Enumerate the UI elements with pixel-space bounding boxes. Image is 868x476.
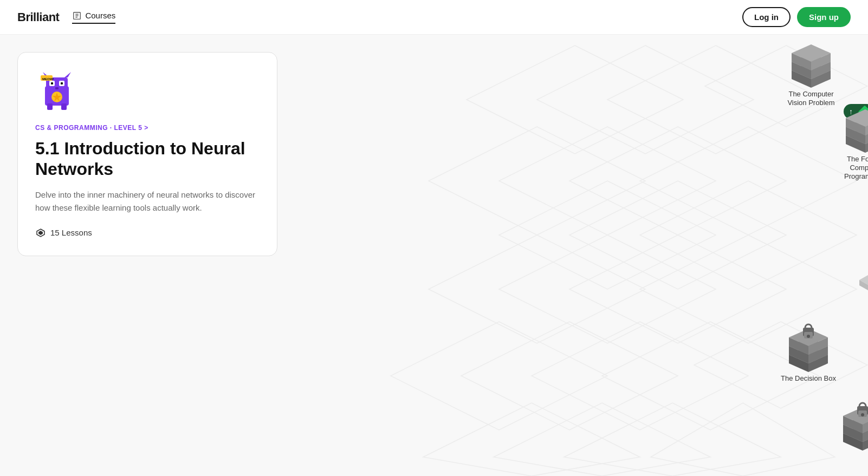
svg-text:The Decision Box: The Decision Box (781, 374, 836, 382)
header: Brilliant Courses Log in Sign up (0, 0, 868, 35)
left-panel: MEOW! CS & PROGRAMMING · LEVEL 5 > 5.1 I… (0, 35, 347, 476)
svg-marker-37 (391, 322, 607, 430)
svg-marker-33 (429, 235, 645, 343)
signup-button[interactable]: Sign up (797, 7, 851, 27)
path-grid (391, 45, 867, 476)
courses-nav[interactable]: Courses (72, 11, 115, 24)
courses-icon (72, 11, 82, 21)
svg-marker-26 (429, 127, 645, 235)
svg-marker-25 (705, 45, 867, 127)
brand-logo: Brilliant (17, 10, 59, 24)
svg-rect-18 (47, 103, 53, 110)
svg-marker-8 (64, 72, 71, 77)
svg-text:Computer: Computer (850, 164, 868, 172)
course-breadcrumb[interactable]: CS & PROGRAMMING · LEVEL 5 > (35, 124, 260, 132)
course-lessons: 15 Lessons (35, 227, 260, 238)
svg-marker-38 (461, 322, 678, 430)
svg-text:↑: ↑ (849, 107, 853, 116)
svg-point-111 (861, 413, 864, 416)
path-end-marker-1 (859, 275, 868, 291)
svg-rect-11 (51, 82, 53, 84)
path-map-svg: The Computer Vision Problem ↑ ◆ (347, 35, 868, 476)
courses-nav-label: Courses (85, 11, 115, 20)
lessons-count: 15 Lessons (50, 228, 92, 237)
svg-rect-12 (61, 82, 63, 84)
right-panel: The Computer Vision Problem ↑ ◆ (347, 35, 868, 476)
svg-marker-21 (38, 231, 43, 235)
lessons-icon (35, 227, 46, 238)
svg-text:The Folly of: The Folly of (847, 155, 868, 163)
header-right: Log in Sign up (742, 7, 851, 27)
login-button[interactable]: Log in (742, 7, 791, 27)
main-content: MEOW! CS & PROGRAMMING · LEVEL 5 > 5.1 I… (0, 35, 868, 476)
svg-text:MEOW!: MEOW! (42, 77, 54, 81)
svg-rect-13 (55, 87, 59, 89)
node-5-locked[interactable] (843, 403, 868, 451)
svg-text:Vision Problem: Vision Problem (787, 99, 834, 107)
header-left: Brilliant Courses (17, 10, 115, 24)
course-description: Delve into the inner machinery of neural… (35, 188, 260, 214)
svg-marker-22 (467, 45, 683, 154)
course-mascot: MEOW! (35, 70, 79, 113)
course-card: MEOW! CS & PROGRAMMING · LEVEL 5 > 5.1 I… (17, 52, 277, 256)
node-decision-box[interactable]: The Decision Box (781, 324, 836, 382)
svg-marker-41 (694, 322, 867, 408)
mascot-image: MEOW! (35, 70, 79, 113)
node-computer-vision[interactable]: The Computer Vision Problem (787, 44, 834, 107)
svg-text:The Computer: The Computer (788, 90, 834, 98)
svg-marker-23 (537, 45, 754, 154)
node-folly-programming[interactable]: ↑ ◆ The Folly of Computer Programming (844, 104, 868, 180)
course-title: 5.1 Introduction to Neural Networks (35, 138, 260, 180)
svg-text:Programming: Programming (844, 172, 868, 180)
svg-point-98 (807, 335, 810, 338)
svg-rect-19 (61, 103, 67, 110)
